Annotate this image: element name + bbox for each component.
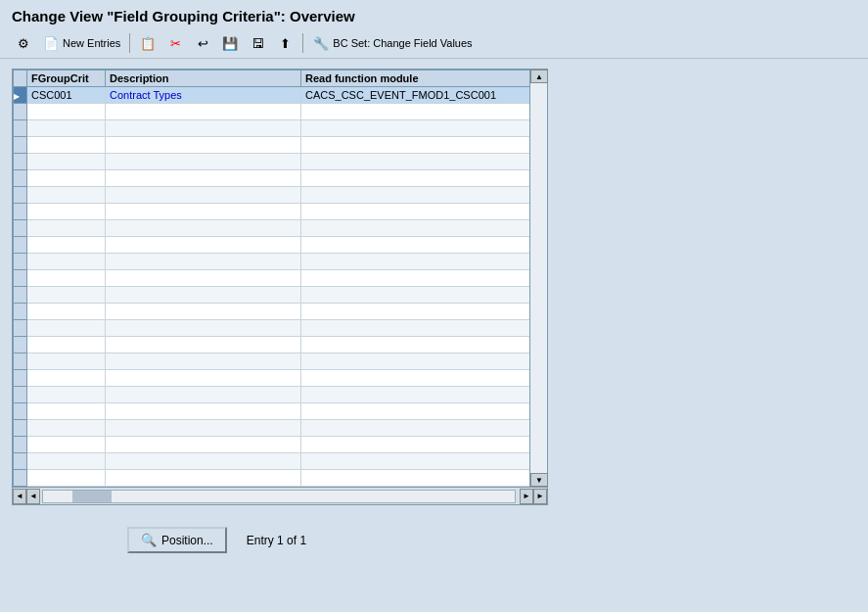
table-row[interactable]: [14, 437, 530, 453]
fgroupcrit-cell: [27, 387, 106, 403]
new-entries-label: New Entries: [63, 37, 120, 49]
table-row[interactable]: [14, 220, 530, 237]
read-function-cell: [301, 387, 530, 403]
row-selector-cell[interactable]: [14, 470, 27, 487]
save-transport-button[interactable]: 💾: [218, 32, 242, 54]
h-scroll-thumb: [72, 491, 112, 502]
vertical-scrollbar[interactable]: ▲ ▼: [529, 70, 547, 487]
table-row[interactable]: ▶CSC001Contract TypesCACS_CSC_EVENT_FMOD…: [14, 87, 530, 104]
table-container: FGroupCrit Description Read function mod…: [12, 69, 548, 505]
table-row[interactable]: [14, 370, 530, 387]
description-cell: [106, 437, 301, 453]
read-function-cell: [301, 453, 530, 470]
row-selector-cell[interactable]: [14, 437, 27, 453]
table-row[interactable]: [14, 254, 530, 270]
position-icon: 🔍: [141, 533, 157, 547]
table-row[interactable]: [14, 137, 530, 154]
copy-button[interactable]: 📋: [136, 32, 160, 54]
col-description-header: Description: [106, 71, 301, 87]
table-row[interactable]: [14, 120, 530, 137]
main-content: FGroupCrit Description Read function mod…: [0, 59, 868, 515]
row-selector-cell[interactable]: [14, 420, 27, 437]
row-selector-cell[interactable]: ▶: [14, 87, 27, 104]
table-row[interactable]: [14, 387, 530, 403]
row-selector-cell[interactable]: [14, 387, 27, 403]
row-selector-cell[interactable]: [14, 453, 27, 470]
description-cell: [106, 204, 301, 220]
row-selector-cell[interactable]: [14, 287, 27, 304]
row-selector-cell[interactable]: [14, 353, 27, 370]
row-selector-cell[interactable]: [14, 254, 27, 270]
table-row[interactable]: [14, 304, 530, 320]
undo-button[interactable]: ↩: [191, 32, 214, 54]
description-cell: [106, 104, 301, 120]
row-selector-cell[interactable]: [14, 170, 27, 187]
row-selector-cell[interactable]: [14, 187, 27, 204]
read-function-cell: [301, 120, 530, 137]
row-selector-cell[interactable]: [14, 237, 27, 254]
upload-button[interactable]: ⬆: [273, 32, 297, 54]
bc-set-button[interactable]: 🔧 BC Set: Change Field Values: [309, 32, 475, 54]
table-row[interactable]: [14, 187, 530, 204]
scroll-right2-button[interactable]: ►: [533, 489, 547, 504]
table-row[interactable]: [14, 453, 530, 470]
description-cell: [106, 137, 301, 154]
fgroupcrit-cell: [27, 420, 106, 437]
scroll-left2-button[interactable]: ◄: [26, 489, 40, 504]
scroll-right-button[interactable]: ►: [520, 489, 533, 504]
row-selector-cell[interactable]: [14, 270, 27, 287]
delete-button[interactable]: ✂: [163, 32, 187, 54]
table-body: ▶CSC001Contract TypesCACS_CSC_EVENT_FMOD…: [14, 87, 530, 487]
table-inner: FGroupCrit Description Read function mod…: [13, 70, 529, 487]
row-selector-cell[interactable]: [14, 337, 27, 353]
table-row[interactable]: [14, 420, 530, 437]
description-cell: [106, 120, 301, 137]
table-row[interactable]: [14, 470, 530, 487]
h-scroll-track[interactable]: [42, 490, 516, 503]
table-row[interactable]: [14, 170, 530, 187]
table-row[interactable]: [14, 353, 530, 370]
h-scroll-right-area: ► ►: [520, 489, 547, 504]
description-cell: [106, 187, 301, 204]
new-entries-button[interactable]: 📄 New Entries: [39, 32, 123, 54]
row-selector-cell[interactable]: [14, 154, 27, 170]
row-selector-cell[interactable]: [14, 204, 27, 220]
save-transport-icon: 💾: [221, 34, 239, 52]
row-selector-cell[interactable]: [14, 304, 27, 320]
table-row[interactable]: [14, 337, 530, 353]
horizontal-scrollbar: ◄ ◄ ► ►: [13, 487, 547, 504]
row-selector-cell[interactable]: [14, 370, 27, 387]
col-fgroupcrit-header: FGroupCrit: [27, 71, 106, 87]
scroll-down-button[interactable]: ▼: [530, 473, 548, 487]
table-row[interactable]: [14, 104, 530, 120]
table-row[interactable]: [14, 154, 530, 170]
position-button[interactable]: 🔍 Position...: [127, 527, 227, 553]
scroll-track: [530, 83, 547, 473]
row-selector-cell[interactable]: [14, 120, 27, 137]
row-selector-cell[interactable]: [14, 220, 27, 237]
table-row[interactable]: [14, 237, 530, 254]
table-row[interactable]: [14, 270, 530, 287]
read-function-cell: [301, 187, 530, 204]
description-cell: [106, 304, 301, 320]
table-row[interactable]: [14, 287, 530, 304]
data-table: FGroupCrit Description Read function mod…: [13, 70, 529, 487]
scroll-up-button[interactable]: ▲: [530, 70, 548, 83]
customize-button[interactable]: ⚙: [12, 32, 35, 54]
table-row[interactable]: [14, 204, 530, 220]
table-row[interactable]: [14, 320, 530, 337]
row-selector-cell[interactable]: [14, 137, 27, 154]
table-with-scrollbar: FGroupCrit Description Read function mod…: [13, 70, 547, 487]
row-selector-cell[interactable]: [14, 320, 27, 337]
save-button[interactable]: 🖫: [246, 32, 269, 54]
scroll-left-button[interactable]: ◄: [13, 489, 26, 504]
row-selector-cell[interactable]: [14, 403, 27, 420]
read-function-cell: [301, 403, 530, 420]
table-row[interactable]: [14, 403, 530, 420]
row-selector-cell[interactable]: [14, 104, 27, 120]
description-cell: [106, 320, 301, 337]
fgroupcrit-cell: [27, 187, 106, 204]
description-cell: [106, 403, 301, 420]
new-entries-icon: 📄: [42, 34, 60, 52]
description-cell: Contract Types: [106, 87, 301, 104]
